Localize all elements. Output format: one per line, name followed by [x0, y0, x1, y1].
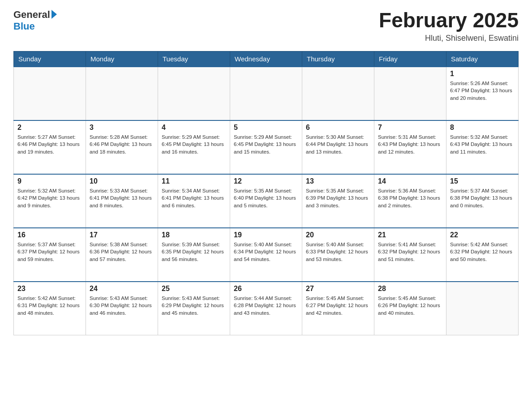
logo-triangle-icon: [51, 10, 57, 19]
day-cell: 23Sunrise: 5:42 AM Sunset: 6:31 PM Dayli…: [14, 282, 86, 335]
day-cell: [14, 67, 86, 120]
day-cell: 1Sunrise: 5:26 AM Sunset: 6:47 PM Daylig…: [446, 67, 519, 120]
day-number: 10: [90, 177, 154, 185]
weekday-header-friday: Friday: [374, 51, 446, 67]
day-number: 13: [306, 177, 370, 185]
day-cell: 7Sunrise: 5:31 AM Sunset: 6:43 PM Daylig…: [374, 120, 446, 174]
day-cell: 10Sunrise: 5:33 AM Sunset: 6:41 PM Dayli…: [86, 174, 158, 228]
day-info: Sunrise: 5:29 AM Sunset: 6:45 PM Dayligh…: [234, 133, 298, 156]
day-number: 12: [234, 177, 298, 185]
day-info: Sunrise: 5:42 AM Sunset: 6:32 PM Dayligh…: [450, 241, 515, 263]
day-number: 8: [450, 124, 515, 132]
weekday-header-thursday: Thursday: [302, 51, 374, 67]
day-info: Sunrise: 5:32 AM Sunset: 6:42 PM Dayligh…: [17, 187, 82, 210]
day-cell: [230, 67, 302, 120]
week-row-2: 2Sunrise: 5:27 AM Sunset: 6:46 PM Daylig…: [14, 120, 519, 174]
day-info: Sunrise: 5:37 AM Sunset: 6:37 PM Dayligh…: [17, 241, 82, 263]
week-row-5: 23Sunrise: 5:42 AM Sunset: 6:31 PM Dayli…: [14, 282, 519, 335]
day-number: 14: [378, 177, 442, 185]
day-info: Sunrise: 5:43 AM Sunset: 6:29 PM Dayligh…: [162, 295, 226, 317]
day-number: 9: [17, 177, 82, 185]
day-number: 3: [90, 124, 154, 132]
day-cell: 18Sunrise: 5:39 AM Sunset: 6:35 PM Dayli…: [158, 228, 230, 282]
day-info: Sunrise: 5:28 AM Sunset: 6:46 PM Dayligh…: [90, 133, 154, 156]
day-number: 26: [234, 285, 298, 293]
day-number: 11: [162, 177, 226, 185]
week-row-1: 1Sunrise: 5:26 AM Sunset: 6:47 PM Daylig…: [14, 67, 519, 120]
day-info: Sunrise: 5:31 AM Sunset: 6:43 PM Dayligh…: [378, 133, 442, 156]
day-cell: 5Sunrise: 5:29 AM Sunset: 6:45 PM Daylig…: [230, 120, 302, 174]
day-number: 24: [90, 285, 154, 293]
day-info: Sunrise: 5:38 AM Sunset: 6:36 PM Dayligh…: [90, 241, 154, 263]
day-number: 16: [17, 231, 82, 239]
day-info: Sunrise: 5:35 AM Sunset: 6:40 PM Dayligh…: [234, 187, 298, 210]
day-cell: 13Sunrise: 5:35 AM Sunset: 6:39 PM Dayli…: [302, 174, 374, 228]
day-info: Sunrise: 5:39 AM Sunset: 6:35 PM Dayligh…: [162, 241, 226, 263]
weekday-header-tuesday: Tuesday: [158, 51, 230, 67]
page-header: General Blue February 2025 Hluti, Shisel…: [13, 9, 519, 43]
day-info: Sunrise: 5:34 AM Sunset: 6:41 PM Dayligh…: [162, 187, 226, 210]
title-section: February 2025 Hluti, Shiselweni, Eswatin…: [379, 9, 519, 43]
calendar-table: SundayMondayTuesdayWednesdayThursdayFrid…: [13, 51, 519, 336]
day-cell: 17Sunrise: 5:38 AM Sunset: 6:36 PM Dayli…: [86, 228, 158, 282]
day-cell: 9Sunrise: 5:32 AM Sunset: 6:42 PM Daylig…: [14, 174, 86, 228]
day-cell: 25Sunrise: 5:43 AM Sunset: 6:29 PM Dayli…: [158, 282, 230, 335]
day-number: 17: [90, 231, 154, 239]
day-number: 25: [162, 285, 226, 293]
day-cell: [158, 67, 230, 120]
week-row-4: 16Sunrise: 5:37 AM Sunset: 6:37 PM Dayli…: [14, 228, 519, 282]
day-info: Sunrise: 5:42 AM Sunset: 6:31 PM Dayligh…: [17, 295, 82, 317]
day-cell: 14Sunrise: 5:36 AM Sunset: 6:38 PM Dayli…: [374, 174, 446, 228]
day-cell: 6Sunrise: 5:30 AM Sunset: 6:44 PM Daylig…: [302, 120, 374, 174]
day-cell: [302, 67, 374, 120]
day-number: 19: [234, 231, 298, 239]
day-cell: 26Sunrise: 5:44 AM Sunset: 6:28 PM Dayli…: [230, 282, 302, 335]
logo-text-blue: Blue: [13, 21, 35, 32]
month-title: February 2025: [379, 9, 519, 32]
day-number: 18: [162, 231, 226, 239]
day-number: 4: [162, 124, 226, 132]
day-cell: 4Sunrise: 5:29 AM Sunset: 6:45 PM Daylig…: [158, 120, 230, 174]
logo: General Blue: [13, 9, 57, 32]
day-cell: 15Sunrise: 5:37 AM Sunset: 6:38 PM Dayli…: [446, 174, 519, 228]
day-info: Sunrise: 5:44 AM Sunset: 6:28 PM Dayligh…: [234, 295, 298, 317]
day-info: Sunrise: 5:32 AM Sunset: 6:43 PM Dayligh…: [450, 133, 515, 156]
day-info: Sunrise: 5:45 AM Sunset: 6:27 PM Dayligh…: [306, 295, 370, 317]
day-cell: 28Sunrise: 5:45 AM Sunset: 6:26 PM Dayli…: [374, 282, 446, 335]
day-info: Sunrise: 5:45 AM Sunset: 6:26 PM Dayligh…: [378, 295, 442, 317]
day-cell: 24Sunrise: 5:43 AM Sunset: 6:30 PM Dayli…: [86, 282, 158, 335]
weekday-header-saturday: Saturday: [446, 51, 519, 67]
weekday-header-monday: Monday: [86, 51, 158, 67]
day-cell: 8Sunrise: 5:32 AM Sunset: 6:43 PM Daylig…: [446, 120, 519, 174]
day-number: 6: [306, 124, 370, 132]
day-info: Sunrise: 5:41 AM Sunset: 6:32 PM Dayligh…: [378, 241, 442, 263]
day-number: 22: [450, 231, 515, 239]
day-number: 20: [306, 231, 370, 239]
week-row-3: 9Sunrise: 5:32 AM Sunset: 6:42 PM Daylig…: [14, 174, 519, 228]
day-cell: 16Sunrise: 5:37 AM Sunset: 6:37 PM Dayli…: [14, 228, 86, 282]
day-number: 15: [450, 177, 515, 185]
day-number: 21: [378, 231, 442, 239]
day-info: Sunrise: 5:40 AM Sunset: 6:34 PM Dayligh…: [234, 241, 298, 263]
day-cell: [374, 67, 446, 120]
day-info: Sunrise: 5:37 AM Sunset: 6:38 PM Dayligh…: [450, 187, 515, 210]
day-info: Sunrise: 5:43 AM Sunset: 6:30 PM Dayligh…: [90, 295, 154, 317]
day-info: Sunrise: 5:27 AM Sunset: 6:46 PM Dayligh…: [17, 133, 82, 156]
weekday-header-row: SundayMondayTuesdayWednesdayThursdayFrid…: [14, 51, 519, 67]
day-info: Sunrise: 5:30 AM Sunset: 6:44 PM Dayligh…: [306, 133, 370, 156]
day-cell: 2Sunrise: 5:27 AM Sunset: 6:46 PM Daylig…: [14, 120, 86, 174]
day-cell: 3Sunrise: 5:28 AM Sunset: 6:46 PM Daylig…: [86, 120, 158, 174]
day-info: Sunrise: 5:26 AM Sunset: 6:47 PM Dayligh…: [450, 80, 515, 102]
day-number: 27: [306, 285, 370, 293]
logo-text-general: General: [13, 9, 50, 21]
day-cell: 27Sunrise: 5:45 AM Sunset: 6:27 PM Dayli…: [302, 282, 374, 335]
weekday-header-wednesday: Wednesday: [230, 51, 302, 67]
day-cell: [446, 282, 519, 335]
weekday-header-sunday: Sunday: [14, 51, 86, 67]
day-info: Sunrise: 5:33 AM Sunset: 6:41 PM Dayligh…: [90, 187, 154, 210]
day-cell: 12Sunrise: 5:35 AM Sunset: 6:40 PM Dayli…: [230, 174, 302, 228]
day-info: Sunrise: 5:40 AM Sunset: 6:33 PM Dayligh…: [306, 241, 370, 263]
day-cell: 19Sunrise: 5:40 AM Sunset: 6:34 PM Dayli…: [230, 228, 302, 282]
day-number: 28: [378, 285, 442, 293]
day-info: Sunrise: 5:29 AM Sunset: 6:45 PM Dayligh…: [162, 133, 226, 156]
